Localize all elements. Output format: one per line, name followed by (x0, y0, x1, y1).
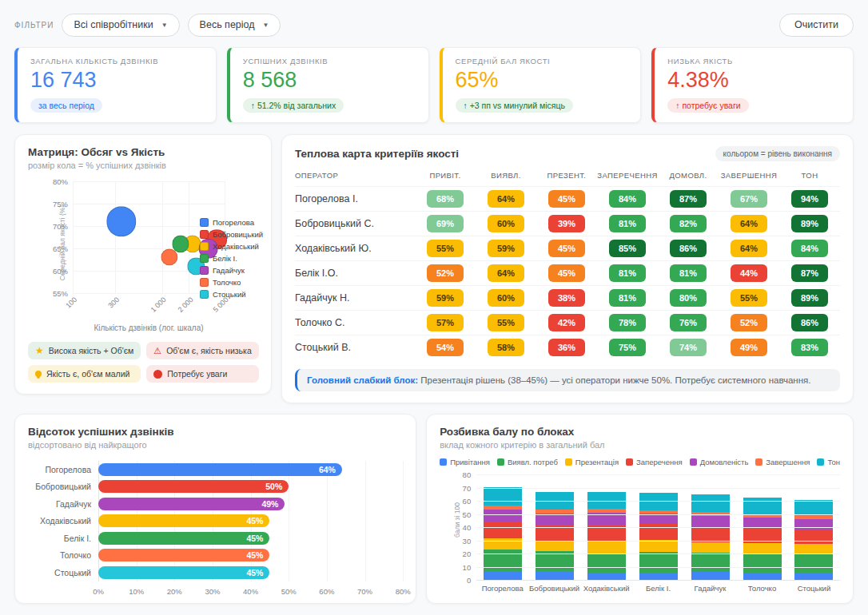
heatmap-cell: 59% (488, 240, 524, 257)
segment-Презентація (743, 543, 782, 554)
segment-Домовленість (691, 516, 730, 526)
legend-item-Презентація[interactable]: Презентація (565, 458, 619, 466)
segment-Домовленість (484, 510, 522, 521)
quadrant-high-quality-volume: ★ Висока якість + Об'єм (28, 342, 141, 359)
legend-label: Заперечення (636, 458, 683, 466)
bubble-matrix-panel: Матриця: Обсяг vs Якість розмір кола = %… (14, 134, 272, 395)
panel-title: Відсоток успішних дзвінків (28, 426, 403, 438)
success-rate-panel: Відсоток успішних дзвінків відсортовано … (14, 414, 416, 604)
heatmap-cellwrap: 55% (719, 289, 779, 307)
grid-line (476, 474, 840, 475)
y-tick-label: 40 (463, 523, 472, 532)
heatmap-cellwrap: 55% (415, 240, 476, 257)
column-header: ПРИВІТ. (415, 171, 476, 180)
segment-Домовленість (639, 514, 678, 524)
legend-swatch (626, 458, 633, 466)
x-tick-label: 70% (357, 587, 372, 596)
grid-line (476, 514, 840, 515)
heatmap-cell: 45% (548, 190, 585, 208)
legend-item-Домовленість[interactable]: Домовленість (690, 458, 749, 466)
heatmap-cellwrap: 55% (476, 314, 536, 331)
employee-filter-dropdown[interactable]: Всі співробітники ▼ (62, 14, 179, 37)
legend-swatch (440, 458, 447, 466)
heatmap-body: Погорелова І.68%64%45%84%87%67%94%Бобров… (295, 186, 840, 359)
heatmap-cellwrap: 89% (779, 289, 840, 307)
bar-row: 45% (98, 547, 403, 565)
legend-swatch (200, 254, 209, 263)
heatmap-cell: 67% (731, 190, 767, 208)
panel-title: Теплова карта критеріїв якості (295, 148, 459, 160)
kpi-card-avg-quality: СЕРЕДНІЙ БАЛ ЯКОСТІ 65% ↑ +3 пп vs минул… (440, 47, 642, 123)
panel-title: Розбивка балу по блоках (440, 426, 840, 438)
kpi-badge: ↑ +3 пп vs минулий місяць (456, 98, 573, 113)
kpi-value: 65% (456, 68, 628, 93)
heatmap-cell: 86% (791, 314, 828, 331)
bar-Гадайчук: 49% (98, 498, 285, 510)
heatmap-cellwrap: 52% (719, 314, 779, 331)
heatmap-cellwrap: 57% (415, 314, 476, 331)
quadrant-quality-low-volume: Якість є, об'єм малий (28, 365, 141, 383)
heatmap-cell: 84% (609, 190, 646, 208)
segment-Привітання (484, 571, 522, 580)
bar-row: 45% (98, 513, 403, 530)
quadrant-needs-attention: Потребує уваги (146, 365, 258, 383)
period-filter-dropdown[interactable]: Весь період ▼ (188, 14, 281, 37)
heatmap-cell: 64% (488, 190, 524, 208)
segment-Виявл. потреб (639, 552, 678, 573)
legend-item-Завершення[interactable]: Завершення (755, 458, 810, 466)
segment-Привітання (536, 571, 574, 580)
bar-Бобровицький: 50% (98, 480, 289, 493)
y-tick-label: 55% (53, 289, 68, 298)
grid-line (403, 461, 404, 581)
x-tick-label: 80% (396, 587, 411, 596)
bar-label-Толочко: Толочко (28, 547, 98, 565)
segment-Презентація (639, 540, 678, 552)
legend-item-Привітання[interactable]: Привітання (440, 458, 490, 466)
segment-Презентація (536, 541, 574, 551)
grid-line (162, 181, 163, 293)
x-tick-label: 50% (281, 587, 297, 596)
x-tick-label: 1 000 (149, 296, 168, 314)
filters-label: ФІЛЬТРИ (14, 21, 54, 30)
hbar-plot: 64%50%49%45%45%45%45%0%10%20%30%40%50%60… (98, 461, 403, 597)
legend-item-Гадайчук[interactable]: Гадайчук (200, 266, 263, 275)
heatmap-cell: 64% (488, 264, 524, 282)
legend-item-Заперечення[interactable]: Заперечення (626, 458, 683, 466)
kpi-label: УСПІШНИХ ДЗВІНКІВ (243, 57, 416, 65)
operator-name: Гадайчук Н. (295, 292, 415, 304)
score-breakdown-panel: Розбивка балу по блоках вклад кожного кр… (426, 414, 854, 604)
clear-filters-button[interactable]: Очистити (779, 14, 854, 37)
bar-row: 45% (98, 530, 403, 547)
legend-item-Стоцький[interactable]: Стоцький (200, 290, 263, 299)
segment-Презентація (691, 542, 730, 553)
y-tick-label: 50 (463, 510, 472, 518)
bubble-legend: ПогореловаБобровицькийХодаківськийБелік … (200, 218, 263, 299)
heatmap-cellwrap: 36% (536, 339, 597, 356)
kpi-badge: ↑ потребує уваги (667, 98, 748, 113)
category-label: Погорелова (476, 584, 528, 593)
segment-Презентація (587, 542, 626, 554)
panel-subtitle: відсортовано від найкращого (28, 440, 403, 450)
legend-item-Толочко[interactable]: Толочко (200, 278, 263, 287)
legend-item-Тон[interactable]: Тон (817, 458, 840, 466)
heatmap-row: Гадайчук Н.59%60%38%81%80%55%89% (295, 285, 840, 310)
legend-swatch (200, 278, 209, 287)
segment-Домовленість (536, 514, 574, 525)
heatmap-cell: 69% (427, 215, 464, 232)
segment-Привітання (639, 573, 678, 580)
legend-swatch (755, 458, 762, 466)
legend-label: Толочко (213, 278, 241, 287)
legend-item-Погорелова[interactable]: Погорелова (200, 218, 263, 227)
operator-name: Толочко С. (295, 317, 415, 328)
heatmap-cellwrap: 44% (719, 264, 779, 282)
legend-item-Бобровицький[interactable]: Бобровицький (200, 230, 263, 239)
segment-Виявл. потреб (743, 554, 782, 573)
legend-item-Виявл. потреб[interactable]: Виявл. потреб (497, 458, 558, 466)
heatmap-cell: 55% (427, 240, 464, 257)
hbar-labels: ПогореловаБобровицькийГадайчукХодаківськ… (28, 461, 98, 597)
legend-item-Белік І.[interactable]: Белік І. (200, 254, 263, 263)
stacked-chart: бали зі 100 01020304050607080 (476, 474, 840, 580)
chevron-down-icon: ▼ (161, 22, 168, 29)
heatmap-cell: 55% (731, 289, 767, 307)
legend-item-Ходаківський[interactable]: Ходаківський (200, 242, 263, 251)
